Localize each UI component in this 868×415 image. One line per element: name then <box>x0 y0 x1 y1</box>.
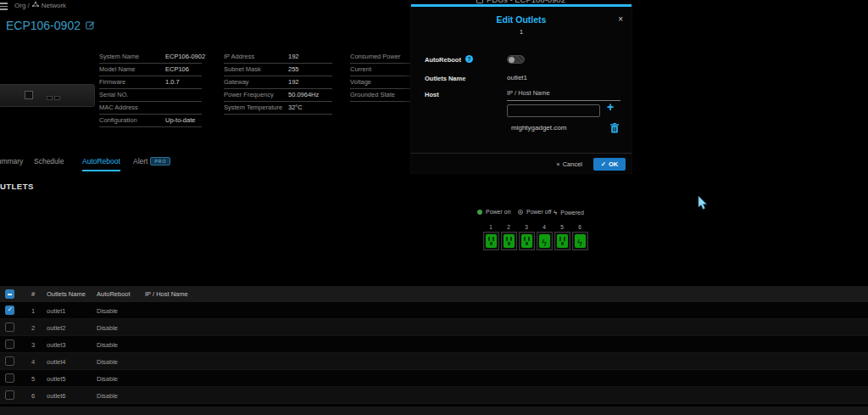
info-row: Current <box>350 64 415 76</box>
page-title: ECP106-0902 <box>6 19 95 32</box>
info-value: ECP106 <box>165 65 189 73</box>
cell-outlet-name: outlet3 <box>47 341 66 349</box>
info-value: 192 <box>288 53 299 60</box>
tab-bar: Summary Schedule AutoReboot Alert PRO <box>0 155 407 171</box>
outlet-cell: 1 <box>482 224 499 250</box>
info-row: Configuration Up-to-date <box>99 115 202 127</box>
edit-outlets-modal: Edit Outlets 1 × AutoReboot ? Outlets Na… <box>411 4 632 173</box>
host-entry-value: mightygadget.com <box>511 124 566 132</box>
pdu-device-image <box>0 84 95 107</box>
outlet-socket-icon[interactable] <box>501 232 517 250</box>
cell-index: 2 <box>28 324 38 332</box>
tab-alert[interactable]: Alert PRO <box>133 157 170 165</box>
outlet-powered-icon <box>575 234 586 248</box>
outlet-number: 3 <box>525 224 528 232</box>
outlet-socket-icon[interactable] <box>537 232 553 250</box>
toggle-knob <box>509 57 515 63</box>
info-value: 255 <box>288 65 299 73</box>
info-row: Voltage <box>350 76 415 89</box>
tab-autoreboot[interactable]: AutoReboot <box>82 157 120 171</box>
row-checkbox[interactable] <box>5 356 14 366</box>
row-checkbox[interactable] <box>5 322 14 332</box>
table-row[interactable]: 1 outlet1 Disable <box>0 302 868 319</box>
cell-index: 6 <box>28 392 38 400</box>
breadcrumb-org[interactable]: Org / <box>14 2 30 9</box>
autoreboot-toggle[interactable] <box>507 55 525 64</box>
row-checkbox[interactable] <box>5 390 14 400</box>
outlet-number: 2 <box>507 224 510 232</box>
device-screen <box>25 91 33 99</box>
info-row: Firmware 1.0.7 <box>99 76 202 89</box>
cell-outlet-name: outlet4 <box>47 358 66 366</box>
cancel-button[interactable]: × Cancel <box>556 160 582 168</box>
info-row: Consumed Power <box>350 51 415 64</box>
outlet-status-legend: Power on Power off ϟ Powered <box>0 209 868 219</box>
help-icon[interactable]: ? <box>465 55 473 63</box>
info-label: Grounded State <box>350 91 395 98</box>
cell-autoreboot: Disable <box>97 392 118 400</box>
add-host-button[interactable]: + <box>607 101 614 113</box>
mouse-cursor <box>698 196 708 214</box>
cell-outlet-name: outlet6 <box>47 392 66 400</box>
cell-autoreboot: Disable <box>97 358 118 366</box>
info-label: Gateway <box>224 78 249 86</box>
outlet-cell: 5 <box>554 224 570 250</box>
info-label: Firmware <box>99 78 125 86</box>
cell-autoreboot: Disable <box>97 307 118 315</box>
menu-icon[interactable] <box>0 3 8 10</box>
outlet-cell: 6 <box>571 224 588 250</box>
pdu-list-icon <box>476 0 483 3</box>
trash-icon[interactable] <box>610 123 619 135</box>
edit-title-icon[interactable] <box>86 19 95 32</box>
info-label: Voltage <box>350 78 371 86</box>
outlet-socket-icon[interactable] <box>554 232 570 250</box>
header-outlets-name: Outlets Name <box>47 290 86 298</box>
cell-index: 1 <box>28 307 38 315</box>
info-label: Consumed Power <box>350 53 401 60</box>
info-row: Model Name ECP106 <box>99 64 202 76</box>
table-row[interactable]: 2 outlet2 Disable <box>0 319 868 336</box>
bolt-icon: ϟ <box>554 209 557 216</box>
table-body: 1 outlet1 Disable 2 outlet2 Disable 3 <box>0 302 868 404</box>
tab-schedule[interactable]: Schedule <box>34 157 64 165</box>
table-row[interactable]: 3 outlet3 Disable <box>0 336 868 353</box>
outlet-cell: 2 <box>500 224 517 250</box>
header-index: # <box>28 290 38 298</box>
cell-index: 3 <box>28 341 38 349</box>
outlets-name-label: Outlets Name <box>425 75 465 82</box>
ok-button[interactable]: ✓ OK <box>593 158 626 171</box>
outlet-socket-icon[interactable] <box>572 232 588 250</box>
host-input[interactable] <box>507 104 600 117</box>
modal-title: Edit Outlets <box>411 14 632 25</box>
table-row[interactable]: 5 outlet5 Disable <box>0 370 868 387</box>
info-label: System Name <box>99 53 139 60</box>
outlet-socket-icon[interactable] <box>519 232 535 250</box>
bottom-bar <box>0 407 868 415</box>
device-info-column-1: System Name ECP106-0902 Model Name ECP10… <box>99 51 202 127</box>
legend-powered: ϟ Powered <box>554 209 584 216</box>
row-checkbox[interactable] <box>5 306 14 315</box>
select-all-checkbox[interactable] <box>5 289 14 299</box>
breadcrumb-network[interactable]: Network <box>42 2 66 9</box>
ok-check-icon: ✓ <box>601 160 606 168</box>
table-row[interactable]: 4 outlet4 Disable <box>0 353 868 370</box>
outlet-socket-icon[interactable] <box>483 232 499 250</box>
breadcrumb: Org / Network <box>14 1 66 9</box>
modal-outlet-number: 1 <box>411 28 632 36</box>
info-row: Gateway 192 <box>224 76 332 89</box>
legend-power-on: Power on <box>477 209 511 215</box>
modal-footer-divider <box>411 153 632 154</box>
info-row: MAC Address <box>99 102 202 115</box>
tab-summary[interactable]: Summary <box>0 157 23 165</box>
cancel-x-icon: × <box>556 160 559 168</box>
info-value: 192 <box>288 78 299 86</box>
row-checkbox[interactable] <box>5 373 14 383</box>
device-port <box>54 96 60 100</box>
info-value: ECP106-0902 <box>165 53 205 60</box>
table-row[interactable]: 6 outlet6 Disable <box>0 387 868 404</box>
autoreboot-label: AutoReboot <box>425 56 461 64</box>
close-icon[interactable]: × <box>618 15 623 24</box>
info-value: 1.0.7 <box>165 78 180 86</box>
info-row: Grounded State <box>350 89 415 102</box>
row-checkbox[interactable] <box>5 339 14 349</box>
